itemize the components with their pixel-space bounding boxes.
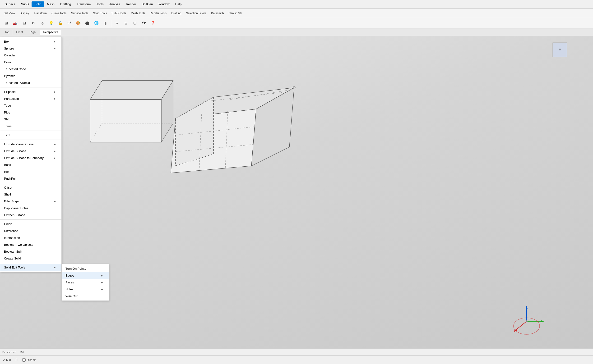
menu-transform[interactable]: Transform (74, 1, 94, 7)
tab-mesh-tools[interactable]: Mesh Tools (129, 11, 147, 15)
grid2-icon[interactable]: ⊟ (20, 19, 28, 27)
menu-extrude-surface[interactable]: Extrude Surface ▶ (0, 148, 61, 155)
submenu-turn-on-points[interactable]: Turn On Points (62, 265, 109, 272)
menu-solid[interactable]: Solid (32, 1, 44, 7)
menu-tube[interactable]: Tube (0, 102, 61, 109)
menu-drafting[interactable]: Drafting (57, 1, 74, 7)
submenu-wire-cut[interactable]: Wire Cut (62, 293, 109, 299)
divider-2 (0, 130, 61, 131)
submenu-holes[interactable]: Holes ▶ (62, 286, 109, 293)
tab-new-in-v8[interactable]: New in V8 (227, 11, 244, 15)
arrow-icon: ▶ (54, 150, 56, 152)
menu-help[interactable]: Help (173, 1, 185, 7)
c-label: C (15, 358, 18, 362)
menu-subd[interactable]: SubD (18, 1, 32, 7)
menu-boltgen[interactable]: BoltGen (139, 1, 156, 7)
menu-truncated-cone[interactable]: Truncated Cone (0, 66, 61, 72)
tab-render-tools[interactable]: Render Tools (148, 11, 169, 15)
menu-intersection[interactable]: Intersection (0, 234, 61, 241)
submenu-edges[interactable]: Edges ▶ (62, 272, 109, 279)
menu-extract-surface[interactable]: Extract Surface (0, 212, 61, 219)
svg-marker-12 (175, 97, 213, 166)
menu-shell[interactable]: Shell (0, 191, 61, 198)
question-icon[interactable]: ❓ (149, 19, 157, 27)
map-icon[interactable]: 🗺 (140, 19, 148, 27)
nav-cube[interactable]: ⊞ (550, 40, 569, 59)
menu-cylinder[interactable]: Cylinder (0, 52, 61, 59)
view3d-icon[interactable]: ⬡ (131, 19, 139, 27)
svg-marker-25 (513, 329, 517, 332)
mesh-icon[interactable]: ⊞ (122, 19, 130, 27)
grid-icon[interactable]: ⊞ (2, 19, 10, 27)
menu-torus[interactable]: Torus (0, 123, 61, 130)
globe-icon[interactable]: 🌐 (92, 19, 100, 27)
menu-pipe[interactable]: Pipe (0, 109, 61, 116)
menu-union[interactable]: Union (0, 221, 61, 228)
points-icon[interactable]: ⊹ (38, 19, 47, 27)
disable-checkbox[interactable] (22, 358, 26, 362)
icon-toolbar: ⊞ 🚗 ⊟ ↺ ⊹ 💡 🔒 🛡 🎨 ⬤ 🌐 ◫ ▽ ⊞ ⬡ 🗺 ❓ (0, 18, 593, 28)
menu-boolean-split[interactable]: Boolean Split (0, 248, 61, 255)
viewport-tab-right[interactable]: Right (27, 30, 39, 35)
viewport-tab-front[interactable]: Front (13, 30, 26, 35)
viewport-tab-top[interactable]: Top (2, 30, 12, 35)
tab-solid-tools[interactable]: Solid Tools (91, 11, 109, 15)
menu-paraboloid[interactable]: Paraboloid ▶ (0, 95, 61, 102)
menu-rib[interactable]: Rib (0, 168, 61, 175)
tab-transform[interactable]: Transform (32, 11, 49, 15)
submenu-faces[interactable]: Faces ▶ (62, 279, 109, 286)
menu-text[interactable]: Text... (0, 132, 61, 139)
menu-extrude-surface-to-boundary[interactable]: Extrude Surface to Boundary ▶ (0, 155, 61, 161)
divider-4 (0, 183, 61, 183)
toolbar-tabs-row: Set View Display Transform Curve Tools S… (0, 8, 593, 18)
lightbulb-icon[interactable]: 💡 (47, 19, 55, 27)
tab-curve-tools[interactable]: Curve Tools (50, 11, 68, 15)
menu-cone[interactable]: Cone (0, 59, 61, 66)
menu-fillet-edge[interactable]: Fillet Edge ▶ (0, 198, 61, 205)
viewport-tab-bar: Top Front Right Perspective (0, 28, 593, 36)
tab-datasmith[interactable]: Datasmith (209, 11, 226, 15)
menu-analyze[interactable]: Analyze (107, 1, 123, 7)
rotate-icon[interactable]: ↺ (29, 19, 38, 27)
menu-difference[interactable]: Difference (0, 228, 61, 234)
tab-set-view[interactable]: Set View (2, 11, 17, 15)
menu-solid-edit-tools[interactable]: Solid Edit Tools ▶ Turn On Points Edges … (0, 264, 61, 271)
svg-point-27 (526, 320, 527, 322)
tab-drafting[interactable]: Drafting (169, 11, 183, 15)
menu-tools[interactable]: Tools (93, 1, 106, 7)
triangle-icon[interactable]: ▽ (113, 19, 121, 27)
sphere-icon[interactable]: ⬤ (83, 19, 92, 27)
menu-render[interactable]: Render (123, 1, 139, 7)
menu-sphere[interactable]: Sphere ▶ (0, 45, 61, 52)
texture-icon[interactable]: ◫ (101, 19, 110, 27)
tab-selection-filters[interactable]: Selection Filters (184, 11, 208, 15)
svg-text:⊞: ⊞ (559, 48, 561, 51)
menu-slab[interactable]: Slab (0, 116, 61, 123)
color-icon[interactable]: 🎨 (74, 19, 83, 27)
tab-display[interactable]: Display (18, 11, 31, 15)
arrow-icon: ▶ (101, 281, 103, 284)
viewport-tab-perspective[interactable]: Perspective (40, 30, 61, 35)
menu-boolean-two-objects[interactable]: Boolean Two Objects (0, 241, 61, 248)
menu-ellipsoid[interactable]: Ellipsoid ▶ (0, 88, 61, 95)
menu-pushpull[interactable]: PushPull (0, 175, 61, 182)
menu-surface[interactable]: Surface (2, 1, 18, 7)
shield-icon[interactable]: 🛡 (65, 19, 73, 27)
tab-subd-tools[interactable]: SubD Tools (110, 11, 128, 15)
menu-window[interactable]: Window (156, 1, 173, 7)
svg-marker-23 (541, 320, 544, 322)
menu-create-solid[interactable]: Create Solid (0, 255, 61, 262)
menu-offset[interactable]: Offset (0, 184, 61, 191)
menu-truncated-pyramid[interactable]: Truncated Pyramid (0, 79, 61, 86)
menu-pyramid[interactable]: Pyramid (0, 72, 61, 79)
tab-surface-tools[interactable]: Surface Tools (69, 11, 90, 15)
viewport[interactable]: Top Front Right Perspective (0, 28, 593, 364)
arrow-icon: ▶ (54, 157, 56, 159)
menu-box[interactable]: Box ▶ (0, 38, 61, 45)
menu-cap-planar-holes[interactable]: Cap Planar Holes (0, 205, 61, 212)
lock-icon[interactable]: 🔒 (56, 19, 65, 27)
menu-extrude-planar-curve[interactable]: Extrude Planar Curve ▶ (0, 141, 61, 148)
car-icon[interactable]: 🚗 (11, 19, 20, 27)
menu-boss[interactable]: Boss (0, 161, 61, 168)
menu-mesh[interactable]: Mesh (44, 1, 57, 7)
